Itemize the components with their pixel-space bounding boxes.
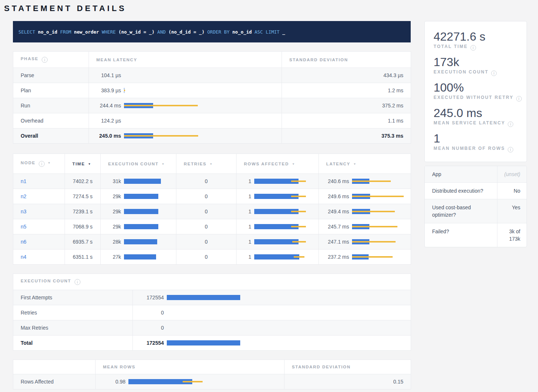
phase-header-label: PHASE [21, 56, 38, 61]
table-row: n4 6351.1 s 27k 0 1 237.2 ms [13, 250, 411, 265]
table-row-overall: Overall 245.0 ms 375.3 ms [13, 128, 411, 144]
stat-value: 100% [434, 81, 518, 94]
stat-value: 173k [434, 55, 518, 69]
sidebar: 42271.6 s TOTAL TIMEi 173k EXECUTION COU… [424, 21, 527, 389]
time-column-header[interactable]: TIME▼ [65, 154, 101, 174]
table-row: n5 7068.9 s 29k 0 1 245.7 ms [13, 219, 411, 234]
rows-affected-label: Rows Affected [13, 374, 96, 389]
app-row: Distributed execution? No [425, 183, 527, 199]
table-row: Run 244.4 ms 375.2 ms [13, 98, 411, 113]
rows-affected-header-row: MEAN ROWS STANDARD DEVIATION [13, 360, 411, 374]
std-dev-value: 1.1 ms [282, 113, 411, 128]
rows-affected-bar [254, 224, 311, 229]
rows-affected-bar [254, 239, 311, 244]
rows-affected-bar [254, 179, 311, 184]
rows-affected-bar [254, 254, 311, 259]
sort-down-icon: ▼ [353, 162, 357, 166]
table-row: Overhead 124.2 µs 1.1 ms [13, 113, 411, 128]
sort-down-icon: ▼ [88, 162, 92, 166]
node-link[interactable]: n3 [21, 209, 27, 214]
table-row: n3 7239.1 s 29k 0 1 249.4 ms [13, 204, 411, 219]
node-table-header-row: NODEi▼ TIME▼ EXECUTION COUNT▼ RETRIES▼ R… [13, 154, 411, 174]
stat-label: EXECUTION COUNTi [434, 69, 518, 76]
node-link[interactable]: n4 [21, 254, 27, 260]
mean-rows-value: 0.98 [103, 379, 125, 385]
mean-latency-value: 383.9 µs [96, 87, 121, 93]
node-latency-value: 249.6 ms [326, 193, 349, 199]
empty-column-header [13, 360, 96, 374]
info-icon[interactable]: i [39, 161, 45, 167]
retries-value: 0 [176, 174, 237, 189]
sql-token: (no_w_id = _) [118, 29, 155, 35]
node-time: 6935.7 s [65, 234, 101, 250]
app-details-card: App (unset) Distributed execution? No Us… [424, 166, 527, 247]
phase-column-header: PHASEi [13, 52, 89, 68]
rows-affected-bar [254, 194, 311, 199]
retries-value: 0 [176, 189, 237, 204]
info-icon[interactable]: i [508, 121, 513, 127]
app-row-label: Used cost-based optimizer? [425, 199, 497, 223]
app-row-label: Distributed execution? [425, 183, 497, 199]
node-column-header[interactable]: NODEi▼ [13, 154, 65, 174]
latency-column-header[interactable]: LATENCY▼ [319, 154, 411, 174]
exec-row-value: 172554 [140, 295, 164, 300]
exec-count-value: 27k [108, 254, 121, 260]
stat-label: EXECUTED WITHOUT RETRYi [434, 95, 518, 102]
node-table: NODEi▼ TIME▼ EXECUTION COUNT▼ RETRIES▼ R… [13, 154, 411, 265]
retries-column-header[interactable]: RETRIES▼ [176, 154, 237, 174]
info-icon[interactable]: i [75, 279, 80, 285]
rows-affected-value: 1 [244, 193, 251, 199]
exec-row-label: Max Retries [13, 320, 133, 336]
std-dev-value: 0.15 [284, 374, 411, 389]
exec-row-label: Retries [13, 305, 133, 320]
rows-affected-value: 1 [244, 254, 251, 260]
standard-deviation-column-header: STANDARD DEVIATION [282, 52, 411, 68]
phase-label: Plan [13, 83, 89, 98]
execution-count-section-header: EXECUTION COUNTi [13, 274, 411, 290]
rows-affected-bar [254, 209, 311, 214]
rows-affected-value: 1 [244, 209, 251, 214]
node-latency-value: 249.4 ms [326, 209, 349, 214]
info-icon[interactable]: i [516, 96, 522, 102]
exec-count-bar [124, 194, 169, 199]
exec-count-value: 28k [108, 239, 121, 245]
info-icon[interactable]: i [508, 147, 513, 152]
retries-value: 0 [176, 204, 237, 219]
info-icon[interactable]: i [42, 57, 48, 63]
exec-count-value: 29k [108, 224, 121, 230]
exec-count-bar [124, 209, 169, 214]
exec-count-value: 31k [108, 178, 121, 184]
node-latency-value: 237.2 ms [326, 254, 349, 260]
app-row: App (unset) [425, 166, 527, 183]
sql-token: ORDER BY [207, 29, 230, 35]
node-link[interactable]: n1 [21, 178, 27, 184]
info-icon[interactable]: i [491, 71, 497, 76]
app-row-value: (unset) [497, 166, 527, 182]
node-link[interactable]: n5 [21, 224, 27, 230]
latency-bar [352, 209, 403, 214]
execution-count-column-header[interactable]: EXECUTION COUNT▼ [101, 154, 176, 174]
exec-row-value: 0 [140, 325, 164, 331]
node-time: 7274.5 s [65, 189, 101, 204]
app-row-value: 3k of 173k [497, 223, 527, 247]
exec-count-bar [124, 179, 169, 184]
table-row: n2 7274.5 s 29k 0 1 249.6 ms [13, 189, 411, 204]
mean-rows-column-header: MEAN ROWS [96, 360, 284, 374]
app-row-label: App [425, 166, 497, 182]
stat-label: TOTAL TIMEi [434, 44, 518, 51]
node-link[interactable]: n2 [21, 193, 27, 199]
exec-row-value: 172554 [140, 340, 164, 346]
sql-token: no_o_id [232, 29, 252, 35]
node-time: 6351.1 s [65, 250, 101, 265]
latency-bar [352, 194, 403, 199]
node-link[interactable]: n6 [21, 239, 27, 245]
sql-token: new_order [74, 29, 99, 35]
table-row: n1 7402.2 s 31k 0 1 240.6 ms [13, 174, 411, 189]
app-row-value: Yes [497, 199, 527, 223]
stat-label: MEAN NUMBER OF ROWSi [434, 146, 518, 152]
sql-token: _ [282, 29, 285, 35]
rows-affected-column-header[interactable]: ROWS AFFECTED▼ [237, 154, 319, 174]
std-dev-value: 375.3 ms [282, 128, 411, 144]
sql-token: WHERE [102, 29, 116, 35]
info-icon[interactable]: i [470, 45, 476, 51]
